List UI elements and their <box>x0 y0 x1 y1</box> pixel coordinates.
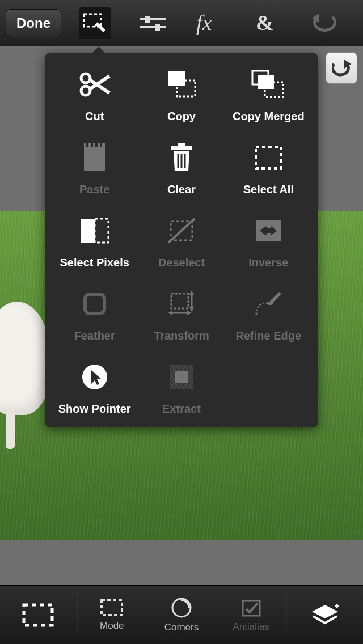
popup-item-deselect: Deselect <box>138 215 225 269</box>
popup-item-copy[interactable]: Copy <box>138 69 225 123</box>
mode-button[interactable]: Mode <box>77 586 147 644</box>
svg-rect-25 <box>178 143 185 146</box>
popup-label: Feather <box>74 329 115 342</box>
svg-marker-41 <box>189 307 194 312</box>
done-button[interactable]: Done <box>6 9 61 37</box>
svg-marker-40 <box>189 290 194 295</box>
fx-tab[interactable]: fx <box>193 7 225 39</box>
popup-label: Inverse <box>248 256 288 269</box>
bottom-toolbar: Mode Corners Antialias <box>0 585 363 644</box>
marquee-pencil-icon <box>83 13 108 33</box>
svg-marker-56 <box>312 605 338 618</box>
popup-item-select-all[interactable]: Select All <box>225 142 312 196</box>
corners-icon <box>171 597 192 618</box>
selection-edit-tab[interactable] <box>79 7 111 39</box>
marquee-icon <box>22 603 54 628</box>
svg-point-45 <box>267 302 273 305</box>
svg-rect-51 <box>175 371 188 383</box>
undo-icon <box>311 14 336 33</box>
inverse-icon <box>251 215 285 246</box>
corners-button[interactable]: Corners <box>147 586 217 644</box>
antialias-button[interactable]: Antialias <box>216 586 286 644</box>
popup-label: Select Pixels <box>60 256 129 269</box>
svg-marker-43 <box>168 311 172 315</box>
adjustments-tab[interactable] <box>137 7 168 39</box>
popup-label: Cut <box>85 110 104 123</box>
corners-label: Corners <box>164 622 199 633</box>
svg-text:&: & <box>256 12 274 35</box>
svg-rect-38 <box>171 294 188 308</box>
select-pixels-icon <box>78 215 112 246</box>
svg-rect-6 <box>155 24 160 31</box>
svg-point-12 <box>81 74 90 83</box>
copy-icon <box>164 69 199 100</box>
feather-icon <box>78 289 112 319</box>
layers-icon <box>310 603 340 628</box>
deselect-icon <box>164 215 199 246</box>
antialias-label: Antialias <box>233 621 269 633</box>
popup-label: Extract <box>162 402 201 416</box>
marquee-tool-button[interactable] <box>0 586 77 644</box>
popup-item-copy-merged[interactable]: Copy Merged <box>225 69 312 123</box>
popup-item-paste: Paste <box>51 142 138 196</box>
svg-rect-53 <box>102 600 122 615</box>
marquee-small-icon <box>100 599 124 617</box>
popup-item-cut[interactable]: Cut <box>51 69 138 123</box>
fx-icon: fx <box>196 12 222 35</box>
extract-icon <box>164 362 199 392</box>
svg-rect-37 <box>85 294 104 313</box>
popup-label: Paste <box>79 183 109 196</box>
clipboard-icon <box>78 142 112 173</box>
selection-actions-popup: Cut Copy Copy Merged <box>45 53 318 427</box>
mode-label: Mode <box>100 620 124 632</box>
popup-label: Copy Merged <box>233 110 305 123</box>
svg-rect-30 <box>81 219 95 243</box>
copy-merged-icon <box>251 69 285 100</box>
antialias-icon <box>240 598 262 618</box>
top-toolbar-icons: fx & <box>61 7 357 39</box>
popup-label: Show Pointer <box>58 402 131 416</box>
popup-label: Clear <box>167 183 196 196</box>
transform-icon <box>164 289 199 319</box>
popup-arrow <box>91 46 107 54</box>
top-toolbar: Done fx & <box>0 0 363 46</box>
redo-button[interactable] <box>326 52 357 84</box>
ampersand-icon: & <box>255 12 277 35</box>
popup-label: Select All <box>243 183 294 196</box>
scissors-icon <box>78 69 112 100</box>
svg-rect-18 <box>84 147 105 171</box>
ampersand-tab[interactable]: & <box>250 7 282 39</box>
trash-icon <box>164 142 199 173</box>
svg-rect-24 <box>171 146 192 150</box>
svg-marker-44 <box>187 311 192 315</box>
layers-button[interactable] <box>286 586 363 644</box>
popup-item-show-pointer[interactable]: Show Pointer <box>51 362 138 416</box>
refine-edge-icon <box>251 289 285 319</box>
redo-icon <box>332 60 351 77</box>
popup-label: Deselect <box>158 256 205 269</box>
popup-item-extract: Extract <box>138 362 225 416</box>
svg-rect-52 <box>24 605 52 625</box>
svg-point-11 <box>81 86 90 95</box>
pointer-icon <box>78 362 112 392</box>
popup-label: Refine Edge <box>236 329 302 342</box>
svg-line-33 <box>168 219 195 243</box>
sliders-icon <box>140 15 166 32</box>
popup-item-select-pixels[interactable]: Select Pixels <box>51 215 138 269</box>
popup-item-inverse: Inverse <box>225 215 312 269</box>
svg-rect-4 <box>145 16 150 23</box>
popup-item-refine-edge: Refine Edge <box>225 289 312 342</box>
svg-text:fx: fx <box>196 12 212 35</box>
popup-item-clear[interactable]: Clear <box>138 142 225 196</box>
popup-item-transform: Transform <box>138 289 225 342</box>
popup-item-feather: Feather <box>51 289 138 342</box>
select-all-icon <box>251 142 285 173</box>
undo-button[interactable] <box>307 7 339 39</box>
popup-label: Copy <box>167 110 196 123</box>
svg-rect-31 <box>95 219 108 243</box>
popup-label: Transform <box>154 329 209 342</box>
svg-rect-29 <box>256 147 281 168</box>
